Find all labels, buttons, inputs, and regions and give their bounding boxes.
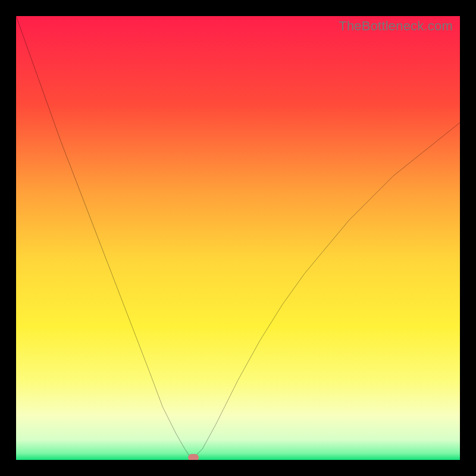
plot-area: TheBottleneck.com [16, 16, 460, 460]
chart-stage: TheBottleneck.com [0, 0, 476, 476]
watermark-text: TheBottleneck.com [339, 18, 453, 34]
optimal-marker [188, 454, 199, 460]
bottleneck-curve [16, 16, 460, 460]
